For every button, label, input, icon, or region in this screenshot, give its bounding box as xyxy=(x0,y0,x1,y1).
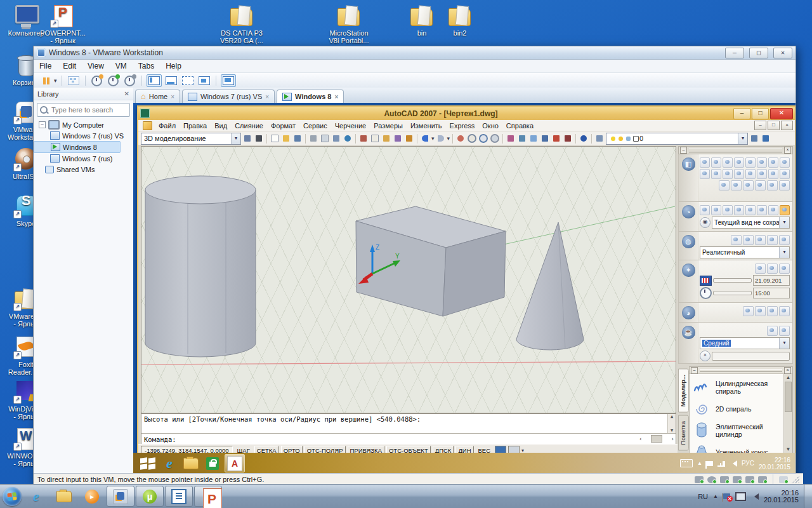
parallel-projection-icon[interactable] xyxy=(768,205,778,215)
sweep-icon[interactable] xyxy=(723,169,733,179)
scrollbar-thumb[interactable] xyxy=(785,382,792,412)
cylinder-primitive-icon[interactable] xyxy=(745,157,756,168)
save-icon[interactable] xyxy=(292,134,303,144)
back-to-view-button[interactable]: ◉ xyxy=(700,217,710,228)
scroll-left-icon[interactable]: ‹ xyxy=(639,436,642,442)
tab-close-icon[interactable]: × xyxy=(171,93,174,100)
sphere-primitive-icon[interactable] xyxy=(734,157,744,168)
close-button[interactable]: ✕ xyxy=(770,108,793,119)
resize-grip[interactable] xyxy=(792,476,799,483)
undo-icon[interactable] xyxy=(420,134,430,144)
network-adapter-icon[interactable] xyxy=(720,476,729,483)
3d-array-icon[interactable] xyxy=(779,180,790,190)
menu-edit[interactable]: Edit xyxy=(57,60,82,72)
revolve-icon[interactable] xyxy=(711,169,721,179)
menu-vm[interactable]: VM xyxy=(110,60,133,72)
revert-snapshot-button[interactable] xyxy=(107,75,121,86)
sun-date-slider[interactable] xyxy=(713,278,752,283)
tree-item-windows8[interactable]: Windows 8 xyxy=(34,141,121,153)
sun-time-slider[interactable] xyxy=(713,291,752,295)
power-options-caret-icon[interactable]: ▾ xyxy=(54,77,57,84)
face-style-icon[interactable] xyxy=(767,235,778,245)
attach-material-icon[interactable] xyxy=(755,306,766,316)
command-input-line[interactable]: Команда: ‹ › xyxy=(141,434,676,444)
convert-icon[interactable] xyxy=(780,169,790,179)
visual-style-combo[interactable]: Реалистичный ▾ xyxy=(700,246,790,258)
workspace-combo[interactable]: 3D моделирование ▾ xyxy=(141,133,241,145)
palette-scrollbar[interactable]: ▲ ▼ xyxy=(783,374,792,453)
vm-taskbar-autocad[interactable]: A xyxy=(225,454,245,472)
fullscreen-button[interactable] xyxy=(181,75,195,86)
minimize-button[interactable]: – xyxy=(733,108,750,119)
menu-draw[interactable]: Черчение xyxy=(331,121,370,130)
open-file-icon[interactable] xyxy=(281,134,291,144)
cut-icon[interactable] xyxy=(358,134,369,144)
touch-keyboard-icon[interactable] xyxy=(680,459,693,467)
light-icon[interactable]: ✦ xyxy=(682,264,695,277)
cancel-render-button[interactable]: × xyxy=(700,351,710,361)
palette-tab-markup[interactable]: Пометка xyxy=(678,415,689,451)
union-icon[interactable] xyxy=(731,180,742,190)
tree-item-windows7-vs[interactable]: Windows 7 (rus) VS xyxy=(34,130,133,141)
vm-taskbar-explorer[interactable] xyxy=(181,455,200,472)
dashboard-header[interactable]: – × xyxy=(678,146,793,154)
mdi-close-button[interactable]: × xyxy=(781,121,793,130)
layer-properties-icon[interactable] xyxy=(594,134,605,144)
command-horizontal-scrollbar[interactable]: ‹ › xyxy=(639,435,674,443)
planar-mapping-icon[interactable] xyxy=(767,306,778,316)
redo-caret-icon[interactable]: ▾ xyxy=(447,135,450,142)
sun-status-icon[interactable] xyxy=(767,264,778,274)
menu-express[interactable]: Express xyxy=(446,121,479,130)
taskbar-explorer[interactable] xyxy=(51,486,77,506)
command-line-window[interactable]: Высота или [2Точки/Конечная точка оси/Ра… xyxy=(141,413,676,445)
menu-tools[interactable]: Сервис xyxy=(299,121,331,130)
redo-icon[interactable] xyxy=(436,134,446,144)
maximize-button[interactable]: □ xyxy=(749,48,768,58)
search-input[interactable] xyxy=(50,105,143,114)
tree-item-my-computer[interactable]: – My Computer xyxy=(34,119,133,130)
combo-caret-icon[interactable]: ▾ xyxy=(738,133,747,144)
help-icon[interactable] xyxy=(579,134,589,144)
send-ctrl-alt-del-button[interactable] xyxy=(67,75,81,86)
vm-console-screen[interactable]: AutoCAD 2007 - [Чертеж1.dwg] – □ ✕ Файл … xyxy=(133,103,796,474)
desktop-icon-microstation[interactable]: MicroStation V8i Portabl... xyxy=(321,4,377,44)
menu-edit[interactable]: Правка xyxy=(180,121,211,130)
3d-make-icon[interactable]: ◧ xyxy=(682,157,695,171)
zoom-window-icon[interactable] xyxy=(478,134,488,144)
undo-caret-icon[interactable]: ▾ xyxy=(431,135,435,142)
tab-close-icon[interactable]: × xyxy=(265,93,269,100)
light-list-icon[interactable] xyxy=(779,264,790,274)
layer-combo[interactable]: 0 ▾ xyxy=(606,133,748,145)
scroll-down-icon[interactable]: ▼ xyxy=(786,446,791,452)
copy-icon[interactable] xyxy=(370,134,380,144)
palette-item-helix[interactable]: Цилиндрическая спираль xyxy=(693,377,782,398)
paste-icon[interactable] xyxy=(381,134,391,144)
collapse-icon[interactable]: – xyxy=(680,147,687,154)
speaker-icon[interactable] xyxy=(751,493,759,500)
taskbar-powerpoint[interactable] xyxy=(194,486,222,507)
block-editor-icon[interactable] xyxy=(404,134,414,144)
3d-move-icon[interactable] xyxy=(719,180,730,190)
action-center-flag-icon[interactable] xyxy=(723,493,730,499)
tool-palettes-icon[interactable] xyxy=(528,134,539,144)
3d-navigate-icon[interactable]: ◔ xyxy=(682,205,695,218)
box-primitive-icon[interactable] xyxy=(700,157,710,168)
printer-icon[interactable] xyxy=(733,476,742,483)
walk-icon[interactable] xyxy=(745,205,756,215)
menu-insert[interactable]: Слияние xyxy=(231,121,267,130)
sound-card-icon[interactable] xyxy=(745,476,754,483)
new-file-icon[interactable] xyxy=(270,134,280,144)
thicken-icon[interactable] xyxy=(768,169,778,179)
my-workspace-icon[interactable] xyxy=(254,134,264,144)
console-view-button[interactable] xyxy=(221,74,236,87)
tab-windows8[interactable]: Windows 8 × xyxy=(277,90,344,103)
cylinder-solid[interactable] xyxy=(145,176,256,357)
palette-item-elliptical-cylinder[interactable]: Эллиптический цилиндр xyxy=(693,420,782,441)
tab-windows7-vs[interactable]: Windows 7 (rus) VS × xyxy=(182,90,275,103)
zoom-realtime-icon[interactable] xyxy=(467,134,477,144)
desktop-icon-powerpnt[interactable]: ↗ POWERPNT... - Ярлык xyxy=(38,4,88,44)
minimize-button[interactable]: – xyxy=(725,48,744,58)
workspace-settings-icon[interactable] xyxy=(242,134,252,144)
action-center-flag-icon[interactable] xyxy=(707,461,713,466)
render-quality-combo[interactable]: Средний ▾ xyxy=(700,337,790,349)
